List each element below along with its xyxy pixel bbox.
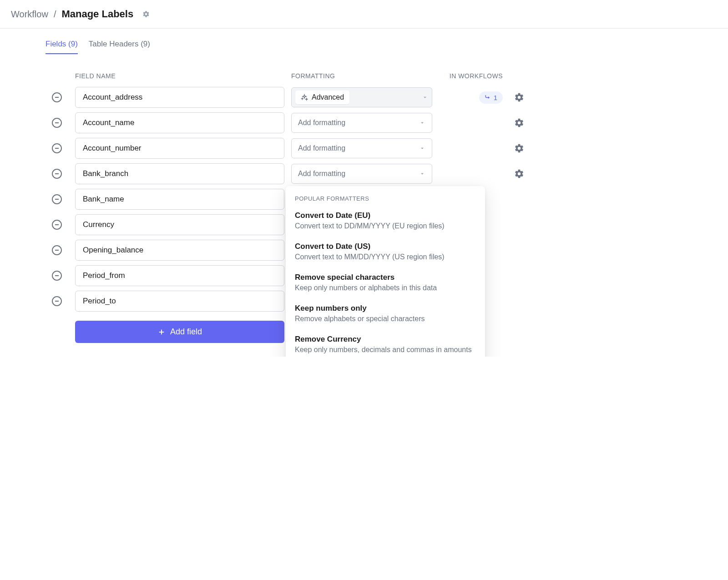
field-name-input[interactable] — [75, 189, 284, 210]
field-name-input[interactable] — [75, 214, 284, 235]
field-row: Add formatting — [46, 138, 500, 159]
formatter-option[interactable]: Convert to Date (EU) Convert text to DD/… — [286, 207, 485, 237]
field-name-input[interactable] — [75, 265, 284, 286]
formatter-option[interactable]: Convert to Date (US) Convert text to MM/… — [286, 237, 485, 268]
tabs: Fields (9) Table Headers (9) — [0, 29, 728, 54]
remove-field-button[interactable] — [52, 296, 62, 306]
advanced-label: Advanced — [312, 93, 344, 101]
advanced-formatting-pill: Advanced — [295, 91, 349, 104]
tab-fields[interactable]: Fields (9) — [46, 40, 78, 54]
col-field-name: FIELD NAME — [75, 72, 284, 80]
field-name-input[interactable] — [75, 163, 284, 184]
formatters-popover: POPULAR FORMATTERS Convert to Date (EU) … — [286, 186, 485, 357]
formatter-option[interactable]: Remove Currency Keep only numbers, decim… — [286, 330, 485, 357]
formatting-select[interactable]: Add formatting — [291, 113, 432, 133]
chevron-down-icon — [422, 94, 428, 101]
workflow-icon — [485, 94, 491, 101]
remove-field-button[interactable] — [52, 220, 62, 230]
breadcrumb-root-link[interactable]: Workflow — [11, 9, 48, 20]
plus-icon — [157, 328, 166, 336]
remove-field-button[interactable] — [52, 92, 62, 102]
chevron-down-icon — [419, 171, 425, 177]
row-gear-icon[interactable] — [514, 92, 524, 102]
field-row: Add formatting — [46, 112, 500, 133]
remove-field-button[interactable] — [52, 271, 62, 281]
field-row: Add formatting — [46, 163, 500, 184]
remove-field-button[interactable] — [52, 245, 62, 255]
remove-field-button[interactable] — [52, 169, 62, 179]
workflow-count-badge[interactable]: 1 — [479, 91, 503, 104]
col-in-workflows: IN WORKFLOWS — [439, 72, 503, 80]
chevron-down-icon — [419, 120, 425, 126]
remove-field-button[interactable] — [52, 143, 62, 153]
remove-field-button[interactable] — [52, 194, 62, 204]
field-name-input[interactable] — [75, 240, 284, 261]
add-field-button[interactable]: Add field — [75, 321, 284, 343]
formatting-select[interactable]: Add formatting — [291, 164, 432, 184]
field-rows: Advanced 1 Add — [46, 87, 500, 343]
field-name-input[interactable] — [75, 138, 284, 159]
sparkle-icon — [301, 94, 308, 101]
breadcrumb: Workflow / Manage Labels — [0, 0, 728, 29]
row-gear-icon[interactable] — [514, 169, 524, 179]
content-area: FIELD NAME FORMATTING IN WORKFLOWS Advan… — [0, 54, 546, 357]
row-gear-icon[interactable] — [514, 118, 524, 128]
remove-field-button[interactable] — [52, 118, 62, 128]
formatter-option[interactable]: Remove special characters Keep only numb… — [286, 268, 485, 299]
field-row: Advanced 1 — [46, 87, 500, 108]
formatting-select[interactable]: Add formatting — [291, 138, 432, 158]
field-name-input[interactable] — [75, 87, 284, 108]
tab-table-headers[interactable]: Table Headers (9) — [89, 40, 150, 54]
formatter-option[interactable]: Keep numbers only Remove alphabets or sp… — [286, 299, 485, 330]
breadcrumb-separator: / — [54, 9, 56, 20]
col-formatting: FORMATTING — [291, 72, 432, 80]
field-name-input[interactable] — [75, 112, 284, 133]
chevron-down-icon — [419, 145, 425, 151]
row-gear-icon[interactable] — [514, 143, 524, 153]
field-name-input[interactable] — [75, 291, 284, 312]
gear-icon[interactable] — [142, 10, 150, 18]
page-title: Manage Labels — [61, 8, 133, 20]
popover-heading: POPULAR FORMATTERS — [286, 186, 485, 207]
formatting-select[interactable]: Advanced — [291, 87, 432, 107]
table-header-row: FIELD NAME FORMATTING IN WORKFLOWS — [46, 68, 500, 87]
